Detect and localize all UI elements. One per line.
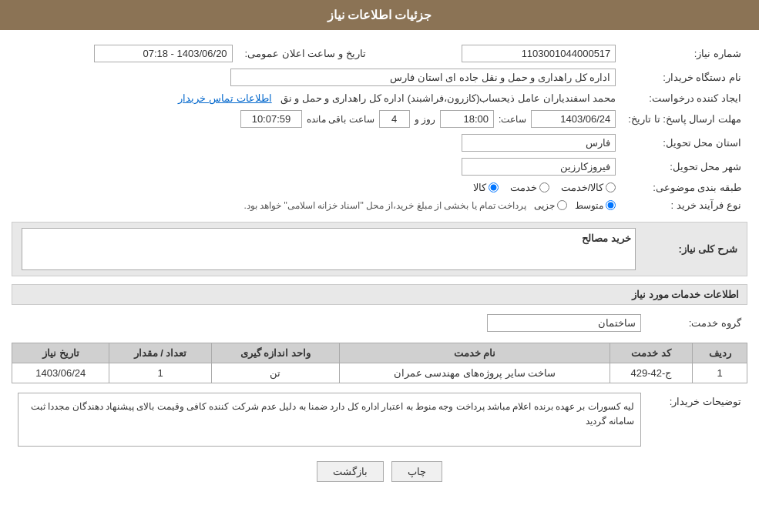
response-remaining-label: ساعت باقی مانده	[307, 114, 374, 125]
services-section-title: اطلاعات خدمات مورد نیاز	[12, 284, 747, 305]
need-summary-container: AnaT خرید مصالح	[22, 228, 636, 270]
back-button[interactable]: بازگشت	[317, 461, 384, 482]
main-info-table: شماره نیاز: 1103001044000517 تاریخ و ساع…	[12, 42, 747, 214]
response-deadline-label: مهلت ارسال پاسخ: تا تاریخ:	[622, 107, 747, 131]
category-khedmat-radio[interactable]	[539, 182, 549, 192]
purchase-type-row: متوسط جزیی پرداخت تمام یا بخشی از مبلغ خ…	[18, 200, 616, 211]
purchase-type-label: نوع فرآیند خرید :	[622, 196, 747, 214]
public-announcement-label: تاریخ و ساعت اعلان عمومی:	[239, 42, 372, 65]
public-announcement-value: 1403/06/20 - 07:18	[94, 45, 233, 62]
delivery-province-value: فارس	[462, 134, 616, 152]
creator-label: ایجاد کننده درخواست:	[622, 89, 747, 107]
cell-row_num: 1	[693, 363, 747, 383]
service-data-table: ردیف کد خدمت نام خدمت واحد اندازه گیری ت…	[12, 343, 747, 383]
col-date: تاریخ نیاز	[12, 343, 109, 363]
need-number-value: 1103001044000517	[462, 45, 616, 62]
service-table-head: ردیف کد خدمت نام خدمت واحد اندازه گیری ت…	[12, 343, 747, 363]
col-unit: واحد اندازه گیری	[211, 343, 340, 363]
cell-unit: تن	[211, 363, 340, 383]
col-service-code: کد خدمت	[610, 343, 693, 363]
category-kala-khedmat-radio[interactable]	[606, 182, 616, 192]
need-number-label: شماره نیاز:	[622, 42, 747, 65]
table-row: شرح کلی نیاز: AnaT خرید مصالح	[22, 228, 737, 270]
category-khedmat-label: خدمت	[510, 182, 537, 193]
category-khedmat[interactable]: خدمت	[510, 182, 549, 193]
services-title-text: اطلاعات خدمات مورد نیاز	[632, 289, 739, 300]
buyer-org-label: نام دستگاه خریدار:	[622, 65, 747, 89]
col-quantity: تعداد / مقدار	[109, 343, 211, 363]
col-row-num: ردیف	[693, 343, 747, 363]
table-row: ایجاد کننده درخواست: محمد اسفندیاران عام…	[12, 89, 747, 107]
purchase-type-desc: پرداخت تمام یا بخشی از مبلغ خرید،از محل …	[243, 200, 526, 211]
table-row: شهر محل تحویل: فیروزکارزین	[12, 155, 747, 179]
table-row: توضیحات خریدار: لیه کسورات بر عهده برنده…	[12, 390, 747, 450]
table-row: طبقه بندی موضوعی: کالا/خدمت خدمت	[12, 179, 747, 196]
category-kala-khedmat[interactable]: کالا/خدمت	[561, 182, 616, 193]
table-row: نام دستگاه خریدار: اداره کل راهداری و حم…	[12, 65, 747, 89]
service-table-body: 1ج-42-429ساخت سایر پروژه‌های مهندسی عمرا…	[12, 363, 747, 383]
response-days: 4	[379, 110, 410, 128]
delivery-city-value: فیروزکارزین	[462, 158, 616, 176]
purchase-type-jozi-label: جزیی	[534, 200, 555, 211]
service-group-value: ساختمان	[487, 314, 641, 332]
need-summary-label: شرح کلی نیاز:	[637, 228, 737, 270]
page-container: جزئیات اطلاعات نیاز شماره نیاز: 11030010…	[0, 0, 759, 532]
cell-quantity: 1	[109, 363, 211, 383]
delivery-city-label: شهر محل تحویل:	[622, 155, 747, 179]
service-group-table: گروه خدمت: ساختمان	[12, 311, 747, 335]
response-deadline-fields: 1403/06/24 ساعت: 18:00 روز و 4 ساعت باقی…	[18, 110, 616, 128]
response-days-label: روز و	[415, 114, 435, 125]
category-kala-label: کالا	[473, 182, 486, 193]
page-header: جزئیات اطلاعات نیاز	[0, 0, 759, 30]
table-row: استان محل تحویل: فارس	[12, 131, 747, 155]
need-summary-table: شرح کلی نیاز: AnaT خرید مصالح	[20, 226, 739, 272]
category-label: طبقه بندی موضوعی:	[622, 179, 747, 196]
response-time-label: ساعت:	[499, 114, 526, 125]
cell-date: 1403/06/24	[12, 363, 109, 383]
buyer-org-value: اداره کل راهداری و حمل و نقل جاده ای است…	[230, 69, 616, 86]
need-summary-value: خرید مصالح	[22, 228, 636, 270]
purchase-type-motavaset-label: متوسط	[575, 200, 603, 211]
delivery-province-label: استان محل تحویل:	[622, 131, 747, 155]
category-kala-khedmat-label: کالا/خدمت	[561, 182, 604, 193]
content-area: شماره نیاز: 1103001044000517 تاریخ و ساع…	[0, 30, 759, 494]
need-summary-section-title: شرح کلی نیاز: AnaT خرید مصالح	[12, 222, 747, 276]
buyer-desc-value: لیه کسورات بر عهده برنده اعلام مباشد پرد…	[18, 393, 641, 447]
creator-value: محمد اسفندیاران عامل ذیحساب(کازرون،فراشب…	[280, 92, 616, 104]
buyer-desc-label: توضیحات خریدار:	[647, 390, 747, 450]
service-group-label: گروه خدمت:	[647, 311, 747, 335]
category-radio-group: کالا/خدمت خدمت کالا	[18, 182, 616, 193]
table-row: نوع فرآیند خرید : متوسط جزیی پرداخت تمام…	[12, 196, 747, 214]
table-row: 1ج-42-429ساخت سایر پروژه‌های مهندسی عمرا…	[12, 363, 747, 383]
cell-service_name: ساخت سایر پروژه‌های مهندسی عمران	[340, 363, 610, 383]
table-row: گروه خدمت: ساختمان	[12, 311, 747, 335]
table-header-row: ردیف کد خدمت نام خدمت واحد اندازه گیری ت…	[12, 343, 747, 363]
purchase-type-motavaset[interactable]: متوسط	[575, 200, 616, 211]
purchase-type-jozi[interactable]: جزیی	[534, 200, 567, 211]
response-date: 1403/06/24	[531, 110, 616, 128]
category-kala-radio[interactable]	[489, 182, 499, 192]
response-remaining: 10:07:59	[240, 110, 302, 128]
col-service-name: نام خدمت	[340, 343, 610, 363]
purchase-type-motavaset-radio[interactable]	[606, 200, 616, 210]
table-row: شماره نیاز: 1103001044000517 تاریخ و ساع…	[12, 42, 747, 65]
table-row: مهلت ارسال پاسخ: تا تاریخ: 1403/06/24 سا…	[12, 107, 747, 131]
response-time: 18:00	[440, 110, 494, 128]
category-kala[interactable]: کالا	[473, 182, 499, 193]
purchase-type-jozi-radio[interactable]	[557, 200, 567, 210]
page-title: جزئیات اطلاعات نیاز	[327, 8, 432, 22]
cell-service_code: ج-42-429	[610, 363, 693, 383]
button-row: چاپ بازگشت	[12, 461, 747, 482]
print-button[interactable]: چاپ	[391, 461, 442, 482]
creator-link[interactable]: اطلاعات تماس خریدار	[178, 92, 271, 104]
buyer-desc-table: توضیحات خریدار: لیه کسورات بر عهده برنده…	[12, 390, 747, 450]
